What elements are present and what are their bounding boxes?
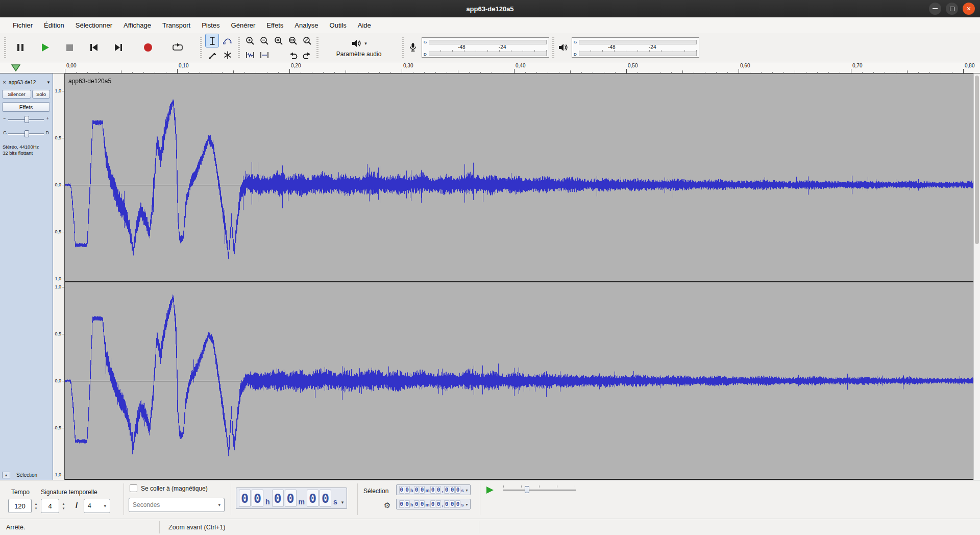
stop-button[interactable] — [58, 36, 81, 59]
audio-position-display[interactable]: 00h00m00s▾ — [236, 488, 347, 509]
toolbar-grip[interactable] — [552, 37, 554, 58]
track-select-button[interactable]: Sélection — [16, 472, 37, 478]
envelope-icon — [222, 35, 233, 46]
collapse-track-button[interactable]: ▲ — [2, 472, 10, 478]
zoom-toggle-button[interactable] — [300, 34, 314, 47]
menu-item-analyse[interactable]: Analyse — [289, 19, 324, 32]
time-digit: 0 — [450, 486, 455, 494]
menu-item-pistes[interactable]: Pistes — [196, 19, 225, 32]
menu-item-fichier[interactable]: Fichier — [7, 19, 38, 32]
play-at-speed-button[interactable] — [485, 485, 495, 495]
waveform-area[interactable]: app63-de120a5 — [65, 74, 973, 480]
selection-settings-gear-icon[interactable]: ⚙ — [384, 501, 390, 510]
play-speed-slider[interactable] — [501, 484, 578, 495]
playback-meter[interactable]: G -48 -24 D — [557, 37, 699, 58]
gain-slider-thumb[interactable] — [24, 116, 29, 123]
pause-button[interactable] — [9, 36, 32, 59]
audio-setup-button[interactable]: ▾ Paramètre audio — [322, 35, 396, 60]
undo-button[interactable] — [286, 48, 300, 62]
snap-checkbox[interactable] — [130, 484, 137, 492]
tempo-input[interactable]: 120 — [8, 499, 32, 513]
time-dropdown-caret-icon[interactable]: ▾ — [466, 502, 468, 507]
stereo-waveform-canvas[interactable] — [65, 74, 973, 480]
vertical-scrollbar[interactable] — [973, 74, 980, 480]
time-dropdown-caret-icon[interactable]: ▾ — [466, 488, 468, 493]
pan-slider[interactable]: G D — [2, 130, 50, 138]
time-dropdown-caret-icon[interactable]: ▾ — [341, 500, 344, 505]
window-controls: × — [929, 3, 975, 15]
menu-item-aide[interactable]: Aide — [352, 19, 377, 32]
playback-meter-box[interactable]: G -48 -24 D — [572, 37, 699, 58]
record-button[interactable] — [137, 36, 159, 59]
snap-unit-value: Secondes — [133, 501, 160, 508]
vertical-scale-label: -0,5 — [53, 425, 61, 430]
time-signature-upper-input[interactable]: 4 — [41, 499, 59, 513]
toolbar-grip[interactable] — [316, 37, 318, 58]
time-signature-upper-stepper[interactable]: ▴ ▾ — [60, 499, 67, 513]
selection-tool-button[interactable] — [205, 34, 219, 47]
menu-item-effets[interactable]: Effets — [261, 19, 289, 32]
tempo-spinner[interactable]: 120 ▴ ▾ — [8, 499, 39, 513]
close-button[interactable]: × — [963, 3, 975, 15]
track-control-panel[interactable]: × app63-de12 ▼ Silencer Solo Effets − + … — [0, 74, 53, 480]
zoom-out-button[interactable] — [257, 34, 271, 47]
envelope-tool-button[interactable] — [220, 34, 234, 47]
fit-selection-button[interactable] — [272, 34, 285, 47]
track-menu-caret-icon[interactable]: ▼ — [46, 80, 51, 85]
tempo-stepper[interactable]: ▴ ▾ — [33, 499, 39, 513]
audio-setup-label: Paramètre audio — [336, 51, 382, 58]
multi-tool-button[interactable] — [220, 48, 234, 62]
loop-button[interactable] — [166, 36, 189, 59]
stepper-up-icon[interactable]: ▴ — [35, 502, 37, 506]
menu-item-affichage[interactable]: Affichage — [118, 19, 157, 32]
vertical-scale-label: -0,5 — [53, 229, 61, 234]
track-name[interactable]: app63-de12 — [9, 80, 46, 85]
solo-button[interactable]: Solo — [32, 90, 50, 99]
gain-slider[interactable]: − + — [2, 115, 50, 124]
redo-button[interactable] — [300, 48, 314, 62]
menu-item-outils[interactable]: Outils — [324, 19, 352, 32]
toolbar-grip[interactable] — [200, 37, 202, 58]
minimize-button[interactable] — [929, 3, 941, 15]
toolbar-grip[interactable] — [238, 37, 240, 58]
skip-to-end-button[interactable] — [107, 36, 130, 59]
timeline-tick-label: 0,20 — [291, 63, 301, 68]
effects-button[interactable]: Effets — [2, 102, 50, 112]
stepper-down-icon[interactable]: ▾ — [63, 506, 65, 510]
trim-outside-selection-button[interactable] — [243, 48, 257, 62]
skip-to-start-button[interactable] — [83, 36, 105, 59]
pan-slider-thumb[interactable] — [24, 130, 29, 137]
selection-end-display[interactable]: 00h00m00,000s▾ — [396, 499, 471, 509]
recording-meter[interactable]: G -48 -24 D — [407, 37, 549, 58]
selection-start-display[interactable]: 00h00m00,000s▾ — [396, 484, 471, 495]
toolbar-grip[interactable] — [402, 37, 404, 58]
time-signature-upper-spinner[interactable]: 4 ▴ ▾ — [41, 499, 67, 513]
timeline-tick — [289, 69, 290, 74]
vertical-scale-ruler[interactable]: 1,00,50,0-0,5-1,01,00,50,0-0,5-1,0 — [53, 74, 65, 480]
snap-unit-select[interactable]: Secondes ▾ — [129, 498, 225, 512]
recording-meter-box[interactable]: G -48 -24 D — [422, 37, 549, 58]
draw-tool-button[interactable] — [205, 48, 219, 62]
snap-label[interactable]: Se coller à (magnétique) — [141, 485, 208, 492]
stepper-down-icon[interactable]: ▾ — [35, 506, 37, 510]
zoom-in-button[interactable] — [243, 34, 257, 47]
silence-selection-button[interactable] — [257, 48, 271, 62]
play-button[interactable] — [34, 36, 56, 59]
time-signature-lower-select[interactable]: 4 ▾ — [84, 499, 110, 513]
menu-item-generer[interactable]: Générer — [226, 19, 261, 32]
menu-item-transport[interactable]: Transport — [157, 19, 196, 32]
fit-project-button[interactable] — [286, 34, 300, 47]
menu-item-selectionner[interactable]: Sélectionner — [70, 19, 118, 32]
pinned-play-head-button[interactable] — [11, 64, 20, 72]
time-digit: 0 — [455, 486, 460, 494]
speed-slider-thumb[interactable] — [525, 486, 529, 493]
time-digit: 0 — [399, 486, 404, 494]
menu-item-edition[interactable]: Édition — [38, 19, 70, 32]
mute-button[interactable]: Silencer — [2, 90, 31, 99]
stepper-up-icon[interactable]: ▴ — [63, 502, 65, 506]
track-close-button[interactable]: × — [1, 79, 8, 86]
timeline-ruler[interactable]: 0,000,100,200,300,400,500,600,700,80 — [0, 62, 980, 74]
maximize-button[interactable] — [946, 3, 958, 15]
vertical-scrollbar-thumb[interactable] — [975, 76, 979, 244]
toolbar-grip[interactable] — [4, 37, 6, 58]
